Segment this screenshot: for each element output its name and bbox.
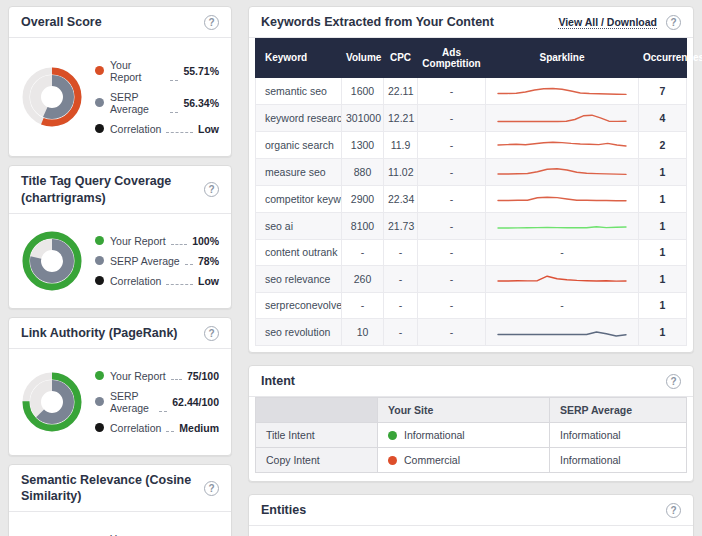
keywords-panel-title: Keywords Extracted from Your Content	[261, 14, 494, 31]
intent-row-label: Title Intent	[256, 422, 378, 447]
keywords-table-header: KeywordVolumeCPCAds CompetitionSparkline…	[256, 38, 687, 77]
sparkline-cell	[486, 158, 639, 185]
score-card: Link Authority (PageRank)?Your Report75/…	[8, 317, 232, 456]
keyword-row: seo relevance260--1	[256, 265, 687, 292]
legend-value: 100%	[192, 235, 219, 247]
cpc-cell: -	[384, 239, 418, 265]
legend-label: SERP Average	[110, 255, 180, 267]
intent-row-label: Copy Intent	[256, 447, 378, 472]
column-header: Keyword	[256, 38, 342, 77]
occurrences-cell: 1	[639, 212, 687, 239]
keyword-row: serpreconevolve seo----1	[256, 292, 687, 318]
sparkline-cell	[486, 131, 639, 158]
legend-value: Low	[198, 123, 219, 135]
volume-cell: -	[342, 292, 384, 318]
ads-competition-cell: -	[418, 104, 486, 131]
keyword-cell: keyword research	[256, 104, 342, 131]
ads-competition-cell: -	[418, 77, 486, 104]
volume-cell: 8100	[342, 212, 384, 239]
score-card: Overall Score?Your Report55.71%SERP Aver…	[8, 6, 232, 157]
score-card-title: Link Authority (PageRank)	[21, 325, 178, 342]
score-donut-chart	[21, 66, 83, 128]
help-icon[interactable]: ?	[204, 481, 219, 496]
legend-dot	[95, 371, 104, 380]
volume-cell: 10	[342, 318, 384, 345]
entities-panel-header: Entities ?	[249, 495, 693, 526]
volume-cell: -	[342, 239, 384, 265]
occurrences-cell: 1	[639, 158, 687, 185]
your-site-intent-cell: Commercial	[378, 447, 550, 472]
occurrences-cell: 1	[639, 265, 687, 292]
legend-dot	[95, 66, 104, 75]
cpc-cell: 11.02	[384, 158, 418, 185]
column-header: Ads Competition	[418, 38, 486, 77]
occurrences-cell: 7	[639, 77, 687, 104]
legend-label: Your Report	[110, 235, 166, 247]
help-icon[interactable]: ?	[666, 374, 681, 389]
keyword-cell: seo ai	[256, 212, 342, 239]
intent-dot	[388, 431, 397, 440]
keyword-cell: seo revolution	[256, 318, 342, 345]
legend-row: SERP Average62.44/100	[95, 390, 219, 414]
legend-label: SERP Average	[110, 390, 154, 414]
keyword-row: seo ai810021.73-1	[256, 212, 687, 239]
legend-row: SERP Average78%	[95, 255, 219, 267]
legend-row: CorrelationLow	[95, 275, 219, 287]
legend-leader	[159, 411, 167, 412]
intent-column-header	[256, 397, 378, 422]
legend-leader	[170, 112, 178, 113]
column-header: Occurrences	[639, 38, 687, 77]
legend-dot	[95, 423, 104, 432]
keyword-row: organic search130011.9-2	[256, 131, 687, 158]
view-all-download-link[interactable]: View All / Download	[558, 16, 657, 29]
keyword-row: competitor keywords290022.34-1	[256, 185, 687, 212]
score-card-header: Link Authority (PageRank)?	[9, 318, 231, 349]
legend-value: 56.34%	[183, 97, 219, 109]
ads-competition-cell: -	[418, 158, 486, 185]
legend-dot	[95, 98, 104, 107]
cpc-cell: 22.11	[384, 77, 418, 104]
intent-panel-title: Intent	[261, 373, 295, 390]
ads-competition-cell: -	[418, 212, 486, 239]
score-card: Semantic Relevance (Cosine Similarity)?Y…	[8, 464, 232, 536]
score-legend: Your Report55.71%SERP Average56.34%Corre…	[95, 51, 219, 143]
legend-leader	[185, 264, 193, 265]
ads-competition-cell: -	[418, 318, 486, 345]
intent-value: Commercial	[404, 454, 460, 466]
intent-row: Title IntentInformationalInformational	[256, 422, 687, 447]
legend-label: Correlation	[110, 123, 161, 135]
legend-label: SERP Average	[110, 91, 165, 115]
sparkline-cell	[486, 185, 639, 212]
help-icon[interactable]: ?	[666, 15, 681, 30]
help-icon[interactable]: ?	[204, 326, 219, 341]
legend-value: Low	[198, 275, 219, 287]
column-header: CPC	[384, 38, 418, 77]
volume-cell: 880	[342, 158, 384, 185]
sparkline-chart	[494, 189, 630, 209]
volume-cell: 1600	[342, 77, 384, 104]
legend-leader	[166, 431, 174, 432]
score-card-body: Your Report75/100SERP Average62.44/100Co…	[9, 349, 231, 455]
column-header: Sparkline	[486, 38, 639, 77]
volume-cell: 260	[342, 265, 384, 292]
sparkline-cell	[486, 77, 639, 104]
occurrences-cell: 1	[639, 292, 687, 318]
score-donut-chart	[21, 230, 83, 292]
sparkline-chart	[494, 135, 630, 155]
occurrences-cell: 2	[639, 131, 687, 158]
score-cards-sidebar: Overall Score?Your Report55.71%SERP Aver…	[8, 6, 232, 536]
legend-dot	[95, 256, 104, 265]
intent-panel: Intent ? Your SiteSERP Average Title Int…	[248, 365, 694, 482]
legend-label: Your Report	[110, 59, 165, 83]
keywords-panel-header: Keywords Extracted from Your Content Vie…	[249, 7, 693, 38]
help-icon[interactable]: ?	[204, 182, 219, 197]
column-header: Volume	[342, 38, 384, 77]
intent-column-header: Your Site	[378, 397, 550, 422]
help-icon[interactable]: ?	[666, 503, 681, 518]
occurrences-cell: 1	[639, 318, 687, 345]
score-card: Title Tag Query Coverage (chartrigrams)?…	[8, 165, 232, 309]
legend-dot	[95, 124, 104, 133]
score-legend: Your Report75/100SERP Average62.44/100Co…	[95, 362, 219, 442]
help-icon[interactable]: ?	[204, 15, 219, 30]
score-legend: Your Report64.69%SERP Average66.76%Corre…	[95, 525, 219, 536]
